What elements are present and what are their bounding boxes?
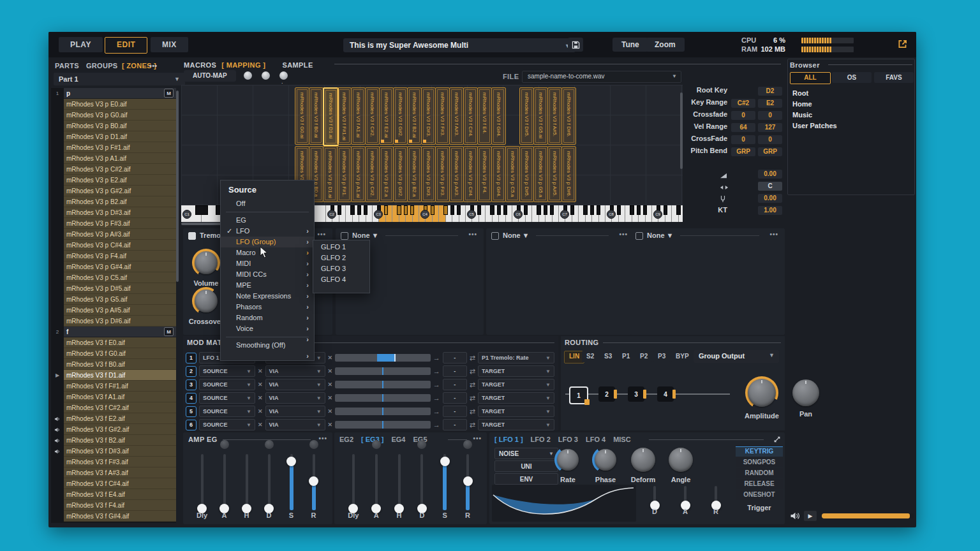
mod-via-clear-icon[interactable]: ✕	[328, 355, 333, 361]
sample-row[interactable]: ▶mRhodes V3 f D1.aif	[51, 370, 176, 381]
mod-depth-slider[interactable]	[335, 354, 431, 362]
black-key[interactable]	[664, 205, 667, 215]
zone-param-value[interactable]: 64	[731, 123, 755, 132]
eg-slider-s[interactable]: S	[280, 450, 302, 517]
mod-target-selector[interactable]: TARGET▼	[478, 406, 554, 417]
zone-strip[interactable]: mRhodes V3 f E2.ai	[379, 87, 394, 145]
pan-knob[interactable]: Pan	[791, 378, 820, 408]
sample-row[interactable]: mRhodes V3 p D#6.aif	[51, 316, 176, 327]
mode-tab-mix[interactable]: MIX	[151, 37, 188, 52]
lfo-waveform-selector[interactable]: NOISE ▼	[494, 448, 558, 459]
lfo-tab-misc[interactable]: MISC	[613, 436, 631, 443]
zone-strip[interactable]: mRhodes V3 p F#1.	[337, 146, 352, 202]
zone-strip[interactable]: mRhodes V3 p B2.a	[407, 146, 422, 202]
group-header-row[interactable]: 1pM	[51, 88, 176, 99]
zone-param-value[interactable]: D2	[758, 87, 782, 96]
auto-map-button[interactable]: AUTO-MAP	[184, 70, 236, 82]
submenu-item-glfo-4[interactable]: GLFO 4	[313, 274, 369, 285]
black-key[interactable]	[477, 205, 481, 215]
mod-target-selector[interactable]: TARGET▼	[478, 392, 554, 404]
mod-via-clear-icon[interactable]: ✕	[328, 408, 333, 415]
mod-via-clear-icon[interactable]: ✕	[328, 395, 333, 401]
routing-slot-4[interactable]: 4	[657, 386, 674, 402]
lfo-mini-slider-d[interactable]: D	[645, 486, 664, 513]
trigger-mode-songpos[interactable]: SONGPOS	[736, 457, 783, 467]
sample-row[interactable]: mRhodes V3 p B2.aif	[51, 196, 176, 207]
black-key[interactable]	[450, 205, 454, 215]
sample-row[interactable]: mRhodes V3 p A1.aif	[51, 153, 176, 164]
mod-source-clear-icon[interactable]: ✕	[258, 368, 263, 374]
sample-row[interactable]: mRhodes V3 f E4.aif	[51, 489, 176, 500]
mapping-tab-sample[interactable]: SAMPLE	[282, 61, 313, 69]
menu-item-midi[interactable]: MIDI›	[221, 258, 314, 269]
lfo-mini-slider-a[interactable]: A	[676, 486, 695, 513]
lfo-knob-deform[interactable]: Deform	[630, 446, 657, 473]
sample-row[interactable]: mRhodes V3 p C#4.aif	[51, 240, 176, 251]
zone-strip[interactable]: mRhodes V3 p G5.a	[533, 146, 548, 202]
sample-row[interactable]: mRhodes V3 f E2.aif	[51, 413, 176, 424]
zone-param-value[interactable]: 127	[758, 123, 782, 132]
zone-strip[interactable]: mRhodes V3 p D#3.	[421, 146, 436, 202]
mod-depth-slider[interactable]	[335, 421, 431, 429]
black-key[interactable]	[570, 205, 574, 215]
routing-slot-2[interactable]: 2	[598, 386, 615, 402]
mode-tab-play[interactable]: PLAY	[59, 37, 103, 52]
mode-tab-edit[interactable]: EDIT	[105, 37, 147, 54]
quick-control-checkbox[interactable]	[341, 232, 348, 240]
routing-slot-1[interactable]: 1	[569, 386, 588, 404]
black-key[interactable]	[384, 205, 388, 215]
sample-row[interactable]: mRhodes V3 f B0.aif	[51, 359, 176, 370]
file-field[interactable]: sample-name-to-come.wav ▼	[522, 71, 681, 83]
zone-strip[interactable]: mRhodes V3 p F4.	[477, 146, 492, 202]
sample-row[interactable]: mRhodes V3 p B0.aif	[51, 121, 176, 131]
zone-param-value[interactable]: 0	[758, 111, 782, 120]
external-window-button[interactable]	[897, 38, 909, 52]
sample-row[interactable]: mRhodes V3 p E0.aif	[51, 99, 176, 110]
routing-mode-byp[interactable]: BYP	[671, 351, 694, 362]
audition-volume-button[interactable]	[790, 511, 800, 524]
zone-strip[interactable]: mRhodes V3 f C#2.	[365, 87, 380, 145]
lfo-tab-lfo1[interactable]: [ LFO 1 ]	[494, 436, 523, 443]
black-key[interactable]	[503, 205, 507, 215]
zone-strip[interactable]: mRhodes V3 f C#4.	[463, 87, 478, 145]
zone-param-value[interactable]: E2	[758, 99, 782, 108]
eg-slider-h[interactable]: H	[388, 450, 411, 517]
bipolar-icon[interactable]: ⇄	[470, 367, 475, 376]
zone-strip[interactable]: mRhodes V3 p F#3.	[435, 146, 450, 202]
group-header-row[interactable]: 2fM	[51, 327, 176, 337]
routing-mode-p1[interactable]: P1	[618, 351, 634, 362]
sample-row[interactable]: mRhodes V3 f F#3.aif	[51, 457, 176, 467]
black-key[interactable]	[404, 205, 408, 215]
black-key[interactable]	[443, 205, 447, 215]
black-key[interactable]	[431, 205, 434, 215]
top-button-zoom[interactable]: Zoom	[646, 38, 685, 52]
bipolar-icon[interactable]: ⇄	[470, 421, 475, 429]
browser-item-root[interactable]: Root	[792, 89, 808, 97]
mod-slot-number[interactable]: 5	[186, 406, 197, 417]
sample-row[interactable]: mRhodes V3 p D#3.aif	[51, 207, 176, 218]
menu-item-random[interactable]: Random›	[221, 312, 314, 323]
mod-slot-number[interactable]: 1	[186, 353, 197, 364]
mute-button[interactable]: M	[164, 327, 174, 336]
lfo-button-uni[interactable]: UNI	[494, 460, 558, 472]
lfo-button-env[interactable]: ENV	[494, 473, 558, 485]
zone-param-value[interactable]: C	[758, 182, 782, 191]
lfo-tab-lfo3[interactable]: LFO 3	[558, 436, 578, 443]
trigger-mode-oneshot[interactable]: ONESHOT	[736, 490, 783, 500]
mini-knob[interactable]	[463, 440, 472, 449]
zone-strip[interactable]: mRhodes V3 f D#5.	[519, 87, 534, 145]
auto-map-knob-pair-icon[interactable]: ••	[262, 71, 272, 81]
mapping-tab-macros[interactable]: MACROS	[184, 61, 216, 69]
quick-control-selector[interactable]: None ▼	[503, 231, 529, 239]
mod-source-selector[interactable]: SOURCE▼	[199, 379, 255, 390]
eg-slider-s[interactable]: S	[433, 450, 456, 517]
quick-crossover-knob[interactable]: Crossover	[192, 287, 220, 315]
zone-strip[interactable]: mRhodes V3 f D#6.	[561, 87, 576, 145]
eg-menu-button[interactable]: •••	[473, 435, 482, 442]
mod-curve-selector[interactable]: -	[443, 365, 467, 377]
lfo-knob-rate[interactable]: Rate	[554, 446, 581, 473]
mod-slot-number[interactable]: 6	[186, 420, 197, 430]
quick-control-menu-button[interactable]: •••	[317, 231, 326, 238]
sample-row[interactable]: mRhodes V3 f A1.aif	[51, 392, 176, 402]
black-key[interactable]	[364, 205, 368, 215]
